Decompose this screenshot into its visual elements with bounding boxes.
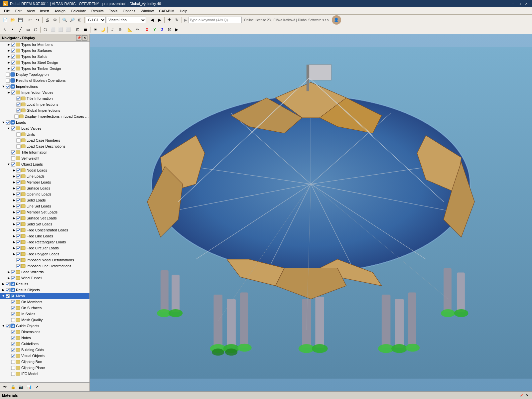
tree-item-guide-objects[interactable]: ▼ M Guide Objects — [0, 323, 89, 329]
tree-item-solid-loads[interactable]: ▶ Solid Loads — [0, 197, 89, 203]
nav-chart-btn[interactable]: 📊 — [25, 383, 33, 391]
tree-arrow-guidelines[interactable] — [7, 342, 11, 346]
side-view-btn[interactable]: ⬜ — [65, 26, 72, 33]
tree-check-free-conc-loads[interactable] — [16, 228, 21, 232]
tree-item-free-rect-loads[interactable]: ▶ Free Rectangular Loads — [0, 239, 89, 245]
tree-item-guidelines[interactable]: Guidelines — [0, 341, 89, 347]
tree-item-loads[interactable]: ▼ M Loads — [0, 119, 89, 125]
tree-arrow-guide-objects[interactable]: ▼ — [1, 324, 5, 328]
tree-item-ifc-model[interactable]: IFC Model — [0, 371, 89, 377]
tree-check-types-members[interactable] — [11, 42, 15, 47]
tree-item-imposed-nodal[interactable]: Imposed Nodal Deformations — [0, 257, 89, 263]
close-btn[interactable]: ✕ — [523, 1, 529, 6]
x-axis-btn[interactable]: X — [143, 26, 151, 33]
bg-btn[interactable]: 🌙 — [99, 26, 106, 33]
tree-arrow-surface-loads[interactable]: ▶ — [12, 186, 16, 190]
tree-item-imperfection-values[interactable]: ▶ Imperfection Values — [0, 89, 89, 95]
undo-btn[interactable]: ↩ — [26, 16, 34, 24]
tree-check-imposed-line[interactable] — [16, 264, 21, 268]
tree-check-guide-objects[interactable] — [5, 324, 10, 328]
tree-check-load-values[interactable] — [11, 126, 15, 131]
tree-item-visual-objects[interactable]: Visual Objects — [0, 353, 89, 359]
y-axis-btn[interactable]: Y — [151, 26, 158, 33]
menu-insert[interactable]: Insert — [37, 8, 52, 14]
z-axis-btn[interactable]: Z — [159, 26, 166, 33]
tree-check-title-info-imp[interactable] — [16, 96, 21, 101]
tree-arrow-free-line-loads[interactable]: ▶ — [12, 234, 16, 238]
menu-results[interactable]: Results — [89, 8, 106, 14]
tree-arrow-free-conc-loads[interactable]: ▶ — [12, 228, 16, 232]
tree-check-notes[interactable] — [11, 335, 15, 340]
tree-check-wind-tunnel[interactable] — [11, 276, 15, 280]
tree-item-object-loads[interactable]: ▼ Object Loads — [0, 161, 89, 167]
tree-check-line-set-loads[interactable] — [16, 204, 21, 208]
save-btn[interactable]: 💾 — [17, 16, 24, 24]
tree-arrow-notes[interactable] — [7, 336, 11, 340]
tree-item-title-info-loads[interactable]: Title Information — [0, 149, 89, 155]
open-btn[interactable]: 📂 — [9, 16, 16, 24]
tree-check-free-circ-loads[interactable] — [16, 246, 21, 250]
tree-item-self-weight[interactable]: Self-weight — [0, 155, 89, 161]
tree-arrow-on-members[interactable] — [7, 300, 11, 304]
tree-arrow-opening-loads[interactable]: ▶ — [12, 192, 16, 196]
tree-check-units[interactable] — [16, 132, 21, 137]
tree-check-guidelines[interactable] — [11, 341, 15, 346]
tree-check-display-topology[interactable] — [5, 72, 10, 77]
tree-item-load-values[interactable]: ▼ Load Values — [0, 125, 89, 131]
tree-check-display-imperfections[interactable] — [14, 114, 19, 119]
tree-arrow-display-imperfections[interactable] — [10, 114, 14, 118]
tree-item-wind-tunnel[interactable]: ▶ Wind Tunnel — [0, 275, 89, 281]
tree-arrow-types-solids[interactable]: ▶ — [7, 55, 11, 59]
rotate-btn[interactable]: ↻ — [173, 16, 181, 24]
tree-item-nodal-loads[interactable]: ▶ Nodal Loads — [0, 167, 89, 173]
tree-check-solid-loads[interactable] — [16, 198, 21, 202]
tree-arrow-mesh-quality[interactable] — [7, 318, 11, 322]
tree-arrow-types-timber[interactable]: ▶ — [7, 66, 11, 70]
tree-arrow-line-loads[interactable]: ▶ — [12, 174, 16, 178]
tree-check-object-loads[interactable] — [11, 162, 15, 167]
menu-edit[interactable]: Edit — [13, 8, 24, 14]
tree-arrow-surface-set-loads[interactable]: ▶ — [12, 216, 16, 220]
surface-btn[interactable]: ▭ — [24, 26, 32, 33]
tree-check-lc-numbers[interactable] — [16, 138, 21, 143]
tree-container[interactable]: ▶ Types for Members ▶ Types for Surfaces… — [0, 42, 89, 382]
tree-check-nodal-loads[interactable] — [16, 168, 21, 173]
tree-check-global-imperfections[interactable] — [16, 108, 21, 113]
tree-check-title-info-loads[interactable] — [11, 150, 15, 155]
tree-check-self-weight[interactable] — [11, 156, 15, 161]
wireframe-btn[interactable]: ⊡ — [74, 26, 81, 33]
tree-item-free-poly-loads[interactable]: ▶ Free Polygon Loads — [0, 251, 89, 257]
load-combo[interactable]: Vlastní tíha — [106, 17, 146, 23]
tree-check-imperfection-values[interactable] — [11, 90, 15, 95]
tree-item-imposed-line[interactable]: Imposed Line Deformations — [0, 263, 89, 269]
tree-arrow-clipping-plane[interactable] — [7, 366, 11, 370]
nav-camera-btn[interactable]: 📷 — [17, 383, 25, 391]
tree-arrow-solid-set-loads[interactable]: ▶ — [12, 222, 16, 226]
tree-arrow-load-wizards[interactable]: ▶ — [7, 270, 11, 274]
tree-arrow-ifc-model[interactable] — [7, 372, 11, 376]
tree-item-solid-set-loads[interactable]: ▶ Solid Set Loads — [0, 221, 89, 227]
tree-item-types-solids[interactable]: ▶ Types for Solids — [0, 54, 89, 60]
tree-item-lc-descriptions[interactable]: Load Case Descriptions — [0, 143, 89, 149]
user-avatar[interactable]: 👤 — [332, 15, 341, 25]
tree-check-surface-set-loads[interactable] — [16, 216, 21, 220]
menu-file[interactable]: File — [1, 8, 13, 14]
tree-check-clipping-plane[interactable] — [11, 365, 15, 370]
tree-check-imperfections[interactable] — [5, 84, 10, 89]
grid-btn[interactable]: # — [109, 26, 116, 33]
tree-check-solid-set-loads[interactable] — [16, 222, 21, 226]
tree-check-free-rect-loads[interactable] — [16, 240, 21, 244]
tree-arrow-dimensions[interactable] — [7, 330, 11, 334]
tree-arrow-lc-descriptions[interactable] — [12, 144, 16, 148]
tree-item-free-line-loads[interactable]: ▶ Free Line Loads — [0, 233, 89, 239]
tree-arrow-loads[interactable]: ▼ — [1, 120, 5, 124]
menu-tools[interactable]: Tools — [106, 8, 120, 14]
menu-options[interactable]: Options — [120, 8, 138, 14]
tree-arrow-local-imperfections[interactable] — [12, 102, 16, 106]
snap-btn[interactable]: ⊕ — [116, 26, 124, 33]
tree-check-line-loads[interactable] — [16, 174, 21, 179]
zoom-fit-btn[interactable]: ⊞ — [76, 16, 83, 24]
tree-item-opening-loads[interactable]: ▶ Opening Loads — [0, 191, 89, 197]
tree-check-types-steel[interactable] — [11, 60, 15, 65]
maximize-btn[interactable]: □ — [517, 1, 523, 6]
